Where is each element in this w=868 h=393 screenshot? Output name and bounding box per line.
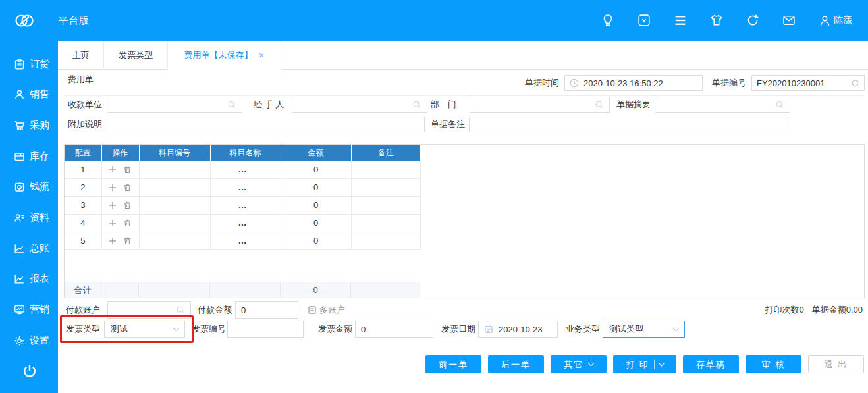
sidebar-item-dinghuo[interactable]: 订货 [13,49,49,80]
sidebar-item-xiaoshou[interactable]: 销售 [13,80,49,111]
add-row-icon[interactable] [109,219,117,227]
sidebar-item-zongzhang[interactable]: 总账 [13,233,49,264]
account-no-cell[interactable] [139,178,210,196]
amount-cell[interactable]: 0 [281,232,351,249]
add-row-icon[interactable] [109,201,117,209]
action-bar: 前一单 后一单 其它 打 印 存草稿 审 核 退 出 [425,355,864,373]
sidebar-item-yingxiao[interactable]: 营销 [13,294,49,325]
add-row-icon[interactable] [109,184,117,192]
app-window-icon[interactable] [637,13,651,28]
account-name-picker[interactable]: … [210,214,281,232]
amount-cell[interactable]: 0 [281,178,351,196]
department-input[interactable] [470,97,610,113]
sidebar-item-shezhi[interactable]: 设置 [13,325,49,356]
sidebar-item-caigou[interactable]: 采购 [13,110,49,141]
calendar-icon[interactable] [484,325,493,334]
exit-button[interactable]: 退 出 [808,355,864,373]
remark-cell[interactable] [351,161,420,178]
account-no-cell[interactable] [139,214,210,232]
account-name-picker[interactable]: … [210,178,281,196]
power-button[interactable] [21,355,38,386]
account-no-cell[interactable] [139,161,210,178]
save-draft-button[interactable]: 存草稿 [683,355,739,373]
remark-cell[interactable] [351,196,420,214]
biz-type-select[interactable]: 测试类型 [603,321,685,338]
add-row-icon[interactable] [109,165,117,173]
department-label: 部 门 [431,99,467,111]
account-name-picker[interactable]: … [210,232,281,249]
print-button[interactable]: 打 印 [613,355,676,373]
grid-header-row: 配置 操作 科目编号 科目名称 金额 备注 [65,145,420,161]
pay-account-input[interactable] [107,301,191,319]
audit-button[interactable]: 审 核 [746,355,801,373]
delete-row-icon[interactable] [123,219,132,227]
doc-number-field: FY202010230001 [751,75,865,91]
col-ops: 操作 [101,145,139,161]
invoice-amount-input[interactable]: 0 [355,321,433,338]
pay-amount-input[interactable]: 0 [235,301,298,319]
tab-expense-unsaved[interactable]: 费用单【未保存】 × [168,41,281,70]
shirt-icon[interactable] [709,13,724,28]
tabstrip-filler [281,41,868,70]
sidebar-item-kucun[interactable]: 库存 [13,141,49,172]
multi-account-label[interactable]: 多账户 [319,304,345,316]
remark-cell[interactable] [351,214,420,232]
topbar: 平台版 [0,0,868,41]
total-label: 合计 [65,282,101,298]
invoice-no-input[interactable] [227,321,304,338]
search-icon[interactable] [775,100,784,109]
app-title: 平台版 [58,14,90,27]
payee-label: 收款单位 [68,99,107,111]
search-icon[interactable] [227,100,236,109]
doc-remark-label: 单据备注 [431,118,466,130]
regenerate-icon[interactable] [851,79,859,88]
tab-invoice-type[interactable]: 发票类型 [104,41,168,70]
col-account-name: 科目名称 [210,145,281,161]
refresh-icon[interactable] [746,13,760,28]
amount-cell[interactable]: 0 [281,161,351,178]
sidebar-item-ziliao[interactable]: 资料 [13,202,49,233]
menu-icon[interactable] [673,13,688,28]
add-row-icon[interactable] [109,237,117,245]
account-name-picker[interactable]: … [210,161,281,178]
user-menu[interactable]: 陈漾 [818,14,852,28]
prev-doc-button[interactable]: 前一单 [425,355,481,373]
invoice-type-select[interactable]: 测试 [104,321,185,338]
delete-row-icon[interactable] [123,183,132,192]
doc-remark-input[interactable] [469,117,788,132]
delete-row-icon[interactable] [123,201,132,209]
tab-home[interactable]: 主页 [58,41,104,70]
account-name-picker[interactable]: … [210,196,281,214]
page-title: 费用单 [68,74,94,86]
account-no-cell[interactable] [139,232,210,249]
next-doc-button[interactable]: 后一单 [488,355,544,373]
sidebar-item-qianliu[interactable]: 钱流 [13,172,49,203]
summary-input[interactable] [655,97,790,113]
amount-cell[interactable]: 0 [281,196,351,214]
payee-input[interactable] [107,97,242,113]
sidebar-item-baobiao[interactable]: 报表 [13,263,49,294]
biz-type-label: 业务类型 [566,323,600,335]
bulb-icon[interactable] [601,13,615,28]
invoice-amount-label: 发票金额 [318,323,352,335]
search-icon[interactable] [412,100,421,109]
mail-icon[interactable] [782,13,796,28]
delete-row-icon[interactable] [123,236,132,245]
print-count: 打印次数0 [765,304,803,316]
search-icon[interactable] [595,100,604,109]
search-icon[interactable] [176,305,185,315]
doc-time-field[interactable]: 2020-10-23 16:50:22 [564,75,703,91]
account-no-cell[interactable] [139,196,210,214]
amount-cell[interactable]: 0 [281,214,351,232]
extra-note-label: 附加说明 [68,118,107,130]
close-tab-icon[interactable]: × [259,50,265,60]
delete-row-icon[interactable] [123,165,132,174]
remark-cell[interactable] [351,232,420,249]
invoice-date-input[interactable]: 2020-10-23 [478,321,558,338]
handler-input[interactable] [292,97,427,113]
other-menu-button[interactable]: 其它 [551,355,607,373]
extra-note-input[interactable] [107,117,425,132]
multi-account-icon[interactable] [308,305,317,315]
doc-time-value: 2020-10-23 16:50:22 [583,78,663,88]
remark-cell[interactable] [351,178,420,196]
